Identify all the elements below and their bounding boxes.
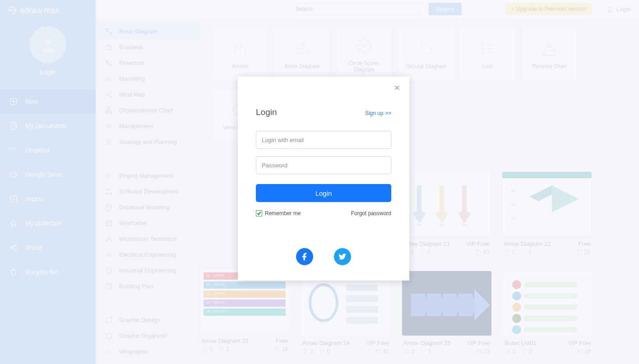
twitter-login-button[interactable] [334,248,351,265]
remember-label: Remember me [265,210,301,217]
facebook-login-button[interactable] [296,248,313,265]
email-input[interactable] [256,131,391,149]
remember-me-checkbox[interactable]: Remember me [256,210,301,217]
signup-link[interactable]: Sign up >> [365,110,391,116]
login-modal: × Login Sign up >> Login Remember me For… [238,77,409,281]
modal-title: Login [256,107,277,117]
twitter-icon [338,252,347,261]
login-button[interactable]: Login [256,184,391,202]
checkbox-checked-icon [256,210,262,217]
password-input[interactable] [256,156,391,174]
forgot-password-link[interactable]: Forgot password [351,210,391,217]
facebook-icon [300,252,309,261]
close-icon[interactable]: × [392,83,402,93]
